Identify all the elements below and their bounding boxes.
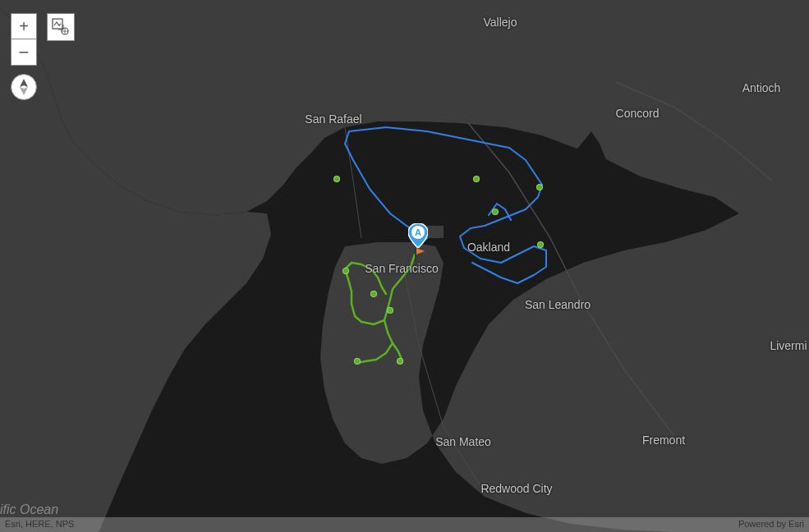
basemap-svg: [0, 0, 809, 532]
zoom-in-button[interactable]: +: [11, 13, 37, 39]
route-stop[interactable]: [333, 176, 340, 182]
route-stop[interactable]: [370, 291, 377, 297]
compass-icon: [17, 79, 30, 95]
attribution-sources: Esri, HERE, NPS: [5, 519, 74, 530]
route-stop[interactable]: [536, 184, 543, 190]
zoom-out-button[interactable]: −: [11, 39, 37, 66]
route-stop[interactable]: [473, 176, 480, 182]
map-viewport[interactable]: A VallejoAntiochConcordSan RafaelOakland…: [0, 0, 809, 532]
plus-icon: +: [19, 17, 29, 36]
origin-marker-label: A: [415, 227, 421, 237]
route-stop[interactable]: [342, 268, 349, 274]
route-stop[interactable]: [537, 241, 544, 248]
route-stop[interactable]: [397, 358, 403, 365]
minus-icon: −: [19, 42, 30, 63]
basemap-toggle-button[interactable]: [47, 13, 75, 41]
destination-flag-icon: [414, 248, 425, 261]
route-stop[interactable]: [492, 209, 499, 215]
svg-rect-2: [415, 248, 416, 261]
route-stop[interactable]: [387, 307, 393, 314]
attribution-bar: Esri, HERE, NPS Powered by Esri: [0, 517, 809, 532]
basemap-gallery-icon: [52, 18, 70, 36]
compass-button[interactable]: [11, 74, 37, 100]
attribution-powered-by: Powered by Esri: [738, 519, 804, 530]
origin-marker[interactable]: A: [408, 223, 428, 248]
route-stop[interactable]: [354, 358, 361, 365]
